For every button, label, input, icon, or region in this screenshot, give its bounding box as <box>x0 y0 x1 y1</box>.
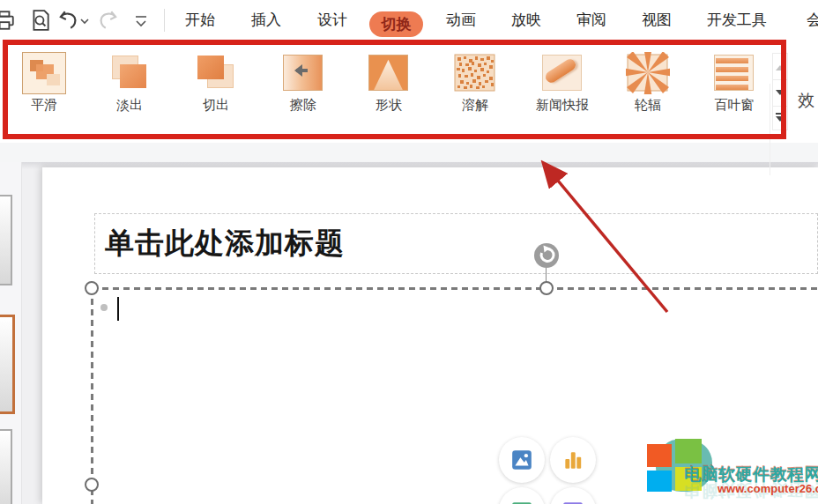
picture-icon <box>510 448 533 471</box>
transition-item-morph[interactable]: 平滑 <box>2 52 86 114</box>
slide-thumbnail-selected[interactable] <box>0 315 15 414</box>
dissolve-icon <box>453 52 497 94</box>
chart-icon <box>561 448 584 471</box>
cut-icon <box>194 52 238 94</box>
ribbon-bottom-strip <box>0 143 818 162</box>
insert-chart-button[interactable] <box>550 437 596 483</box>
tab-bar: 开始 插入 设计 切换 动画 放映 审阅 视图 开发工具 会 <box>0 0 818 40</box>
title-placeholder-text: 单击此处添加标题 <box>95 214 817 271</box>
transition-item-cut[interactable]: 切出 <box>174 52 258 114</box>
gallery-scroll <box>772 53 788 130</box>
redo-icon[interactable] <box>97 9 120 32</box>
transition-label: 形状 <box>346 97 431 114</box>
tab-view[interactable]: 视图 <box>642 0 672 40</box>
resize-handle-left-middle[interactable] <box>85 478 99 492</box>
transition-item-wipe[interactable]: 擦除 <box>261 52 346 114</box>
tab-partial-right[interactable]: 会 <box>807 0 818 40</box>
wheel-icon <box>626 52 670 94</box>
slide-thumbnail[interactable] <box>0 429 12 504</box>
toolbar-divider <box>164 9 165 32</box>
transition-label: 淡出 <box>87 97 172 114</box>
transition-item-newsflash[interactable]: 新闻快报 <box>520 52 605 114</box>
tab-insert[interactable]: 插入 <box>251 0 281 40</box>
insert-picture-button[interactable] <box>499 437 545 483</box>
media-icon <box>561 499 584 504</box>
transition-item-fade[interactable]: 淡出 <box>87 52 172 114</box>
content-placeholder-left-border[interactable] <box>91 288 93 504</box>
fade-icon <box>108 52 152 94</box>
site-watermark: 电脑软硬件教程网 电脑软硬件教程网 www.computer26.com <box>640 432 818 504</box>
transition-label: 轮辐 <box>606 97 690 114</box>
windows-logo-icon <box>675 439 702 463</box>
tab-review[interactable]: 审阅 <box>576 0 606 40</box>
windows-logo-icon <box>647 471 672 492</box>
windows-logo-icon <box>647 444 672 467</box>
transition-item-blinds[interactable]: 百叶窗 <box>692 52 777 114</box>
transition-label: 切出 <box>174 97 258 114</box>
effect-options-partial-label[interactable]: 效 <box>798 89 814 112</box>
transition-label: 溶解 <box>433 97 517 114</box>
gallery-scroll-up-icon[interactable] <box>773 54 787 80</box>
transition-item-dissolve[interactable]: 溶解 <box>433 52 517 114</box>
tab-animation[interactable]: 动画 <box>446 0 476 40</box>
gallery-divider <box>770 84 770 175</box>
tab-slideshow[interactable]: 放映 <box>511 0 541 40</box>
table-icon <box>510 499 533 504</box>
transition-label: 百叶窗 <box>692 97 777 114</box>
watermark-site-url: www.computer26.com <box>718 482 818 495</box>
shape-icon <box>367 52 411 94</box>
undo-icon[interactable] <box>56 9 79 32</box>
blinds-icon <box>712 52 756 94</box>
slide-thumbnail[interactable] <box>0 195 12 285</box>
transition-label: 新闻快报 <box>520 97 605 114</box>
text-cursor <box>117 297 119 321</box>
transition-label: 平滑 <box>2 97 86 114</box>
morph-icon <box>22 52 66 94</box>
slide-thumbnail-pane <box>0 162 22 504</box>
gallery-scroll-down-icon[interactable] <box>773 80 787 107</box>
tab-design[interactable]: 设计 <box>317 0 347 40</box>
transition-item-wheel[interactable]: 轮辐 <box>606 52 690 114</box>
gallery-more-icon[interactable] <box>773 107 787 132</box>
newsflash-icon <box>540 52 584 94</box>
printer-icon[interactable] <box>0 9 16 32</box>
print-preview-icon[interactable] <box>29 9 52 32</box>
resize-handle-top-left[interactable] <box>85 281 99 295</box>
undo-dropdown-icon[interactable] <box>79 9 90 32</box>
tab-transitions-active[interactable]: 切换 <box>369 11 423 37</box>
wipe-icon <box>281 52 325 94</box>
transition-item-shape[interactable]: 形状 <box>346 52 431 114</box>
bullet-point <box>100 304 108 311</box>
transition-label: 擦除 <box>261 97 346 114</box>
rotate-handle-icon[interactable] <box>532 241 561 270</box>
transitions-ribbon: 平滑 淡出 切出 擦除 形状 <box>0 40 818 143</box>
title-placeholder[interactable]: 单击此处添加标题 <box>94 213 818 274</box>
customize-toolbar-icon[interactable] <box>132 9 150 32</box>
content-placeholder-top-border[interactable] <box>92 287 818 290</box>
tab-home[interactable]: 开始 <box>185 0 215 40</box>
resize-handle-top-center[interactable] <box>539 281 554 295</box>
tab-developer[interactable]: 开发工具 <box>707 0 767 40</box>
